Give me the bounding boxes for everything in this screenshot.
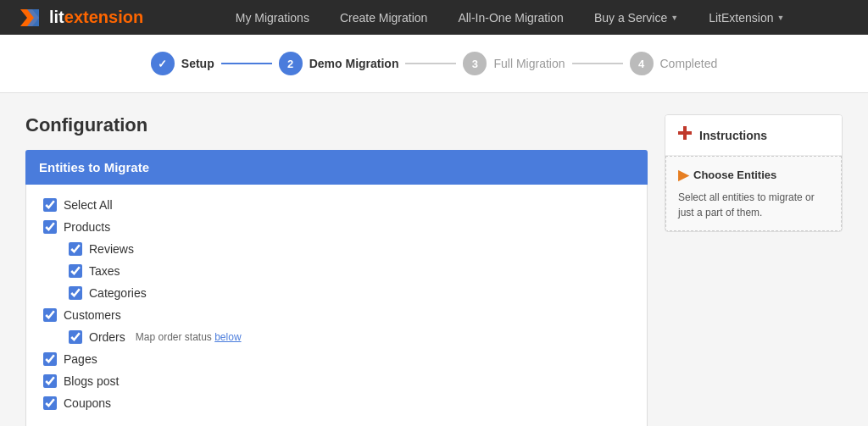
checkbox-orders[interactable] (69, 330, 82, 344)
checkbox-row-taxes: Taxes (69, 264, 630, 278)
arrow-right-icon: ▶ (678, 167, 688, 183)
checkbox-row-orders: Orders Map order status below (69, 330, 630, 344)
checkbox-label-reviews: Reviews (89, 242, 134, 256)
instructions-header: Instructions (665, 115, 842, 156)
checkbox-label-coupons: Coupons (64, 396, 111, 410)
checkbox-customers[interactable] (43, 308, 57, 322)
nav-litextension[interactable]: LitExtension (693, 0, 799, 35)
step-1-setup: ✓ Setup (151, 52, 214, 75)
entities-body: Select All Products Reviews Taxes Catego… (25, 185, 648, 426)
checkbox-row-products: Products (43, 220, 630, 234)
nav-all-in-one[interactable]: All-In-One Migration (442, 0, 579, 35)
map-order-link: Map order status below (136, 331, 242, 343)
checkbox-label-select-all: Select All (64, 198, 113, 212)
step-connector-2 (405, 63, 456, 64)
checkbox-row-customers: Customers (43, 308, 630, 322)
step-3-circle: 3 (463, 52, 487, 75)
step-1-label: Setup (181, 57, 214, 70)
map-order-anchor[interactable]: below (214, 331, 241, 343)
stepper: ✓ Setup 2 Demo Migration 3 Full Migratio… (151, 52, 717, 75)
right-panel: Instructions ▶ Choose Entities Select al… (665, 114, 843, 426)
step-1-circle: ✓ (151, 52, 175, 75)
checkbox-row-blogs-post: Blogs post (43, 374, 630, 388)
checkbox-select-all[interactable] (43, 198, 57, 212)
step-connector-1 (221, 63, 272, 64)
checkbox-blogs-post[interactable] (43, 374, 57, 388)
brand-name: litextension (49, 8, 143, 27)
nav-menu: My Migrations Create Migration All-In-On… (169, 0, 851, 35)
step-4-completed: 4 Completed (630, 52, 718, 75)
checkbox-label-pages: Pages (64, 352, 97, 366)
instructions-icon (677, 125, 693, 145)
checkbox-label-blogs-post: Blogs post (64, 374, 119, 388)
step-2-demo: 2 Demo Migration (279, 52, 399, 75)
brand-logo-area[interactable]: litextension (17, 4, 143, 31)
step-3-full: 3 Full Migration (463, 52, 565, 75)
step-2-circle: 2 (279, 52, 303, 75)
entities-header: Entities to Migrate (25, 150, 648, 185)
checkbox-products[interactable] (43, 220, 57, 234)
checkbox-row-categories: Categories (69, 286, 630, 300)
nav-my-migrations[interactable]: My Migrations (220, 0, 325, 35)
checkbox-row-pages: Pages (43, 352, 630, 366)
choose-entities-desc: Select all entities to migrate or just a… (678, 190, 829, 220)
checkbox-row-reviews: Reviews (69, 242, 630, 256)
choose-entities-section: ▶ Choose Entities Select all entities to… (665, 156, 842, 231)
checkbox-label-products: Products (64, 220, 110, 234)
left-panel: Configuration Entities to Migrate Select… (25, 114, 648, 426)
nav-create-migration[interactable]: Create Migration (325, 0, 443, 35)
config-title: Configuration (25, 114, 648, 136)
svg-rect-3 (678, 131, 692, 135)
checkbox-reviews[interactable] (69, 242, 82, 256)
brand-icon (17, 4, 44, 31)
step-2-label: Demo Migration (309, 57, 399, 70)
checkbox-row-select-all: Select All (43, 198, 630, 212)
stepper-container: ✓ Setup 2 Demo Migration 3 Full Migratio… (0, 35, 868, 93)
navbar: litextension My Migrations Create Migrat… (0, 0, 868, 35)
checkbox-label-taxes: Taxes (89, 264, 120, 278)
step-4-circle: 4 (630, 52, 654, 75)
main-content: Configuration Entities to Migrate Select… (0, 93, 868, 426)
nav-buy-service[interactable]: Buy a Service (579, 0, 693, 35)
checkbox-label-categories: Categories (89, 286, 147, 300)
step-connector-3 (572, 63, 623, 64)
choose-entities-label: ▶ Choose Entities (678, 167, 829, 183)
checkbox-label-customers: Customers (64, 308, 121, 322)
checkbox-categories[interactable] (69, 286, 82, 300)
instructions-box: Instructions ▶ Choose Entities Select al… (665, 114, 843, 232)
checkbox-pages[interactable] (43, 352, 57, 366)
checkbox-taxes[interactable] (69, 264, 82, 278)
checkbox-coupons[interactable] (43, 396, 57, 410)
checkbox-label-orders: Orders (89, 330, 125, 344)
step-4-label: Completed (660, 57, 718, 70)
checkbox-row-coupons: Coupons (43, 396, 630, 410)
instructions-title: Instructions (699, 129, 767, 142)
step-3-label: Full Migration (493, 57, 565, 70)
